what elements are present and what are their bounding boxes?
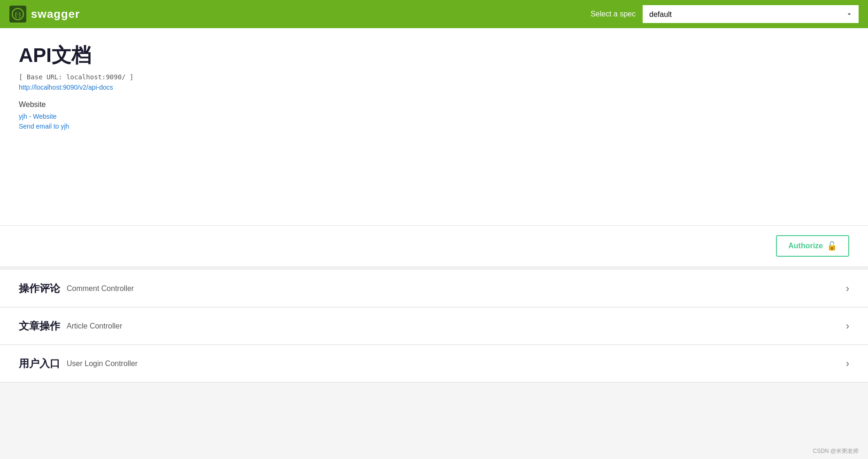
spec-select[interactable]: default: [643, 5, 859, 23]
controller-chinese-2: 用户入口: [19, 357, 60, 371]
controller-left-2: 用户入口 User Login Controller: [19, 357, 138, 371]
api-docs-link[interactable]: http://localhost:9090/v2/api-docs: [19, 84, 849, 91]
footer-text: CSDN @米粥老师: [813, 447, 859, 455]
email-link[interactable]: Send email to yjh: [19, 122, 849, 130]
controller-left-1: 文章操作 Article Controller: [19, 319, 122, 333]
controllers-area: 操作评论 Comment Controller › 文章操作 Article C…: [0, 270, 868, 382]
header: {·} swagger Select a spec default: [0, 0, 868, 28]
header-right: Select a spec default: [591, 5, 859, 23]
controller-item[interactable]: 操作评论 Comment Controller ›: [0, 270, 868, 307]
select-spec-label: Select a spec: [591, 10, 636, 18]
authorize-section: Authorize 🔓: [0, 225, 868, 266]
swagger-logo-text: swagger: [31, 8, 80, 21]
authorize-label: Authorize: [788, 242, 823, 250]
lock-icon: 🔓: [827, 241, 837, 251]
website-link[interactable]: yjh - Website: [19, 113, 849, 120]
controller-item[interactable]: 用户入口 User Login Controller ›: [0, 345, 868, 382]
logo-area: {·} swagger: [9, 6, 80, 23]
controller-english-1: Article Controller: [67, 322, 122, 330]
base-url: [ Base URL: localhost:9090/ ]: [19, 73, 849, 81]
controller-chinese-0: 操作评论: [19, 282, 60, 296]
chevron-right-icon-1: ›: [846, 320, 849, 332]
controller-chinese-1: 文章操作: [19, 319, 60, 333]
controller-item[interactable]: 文章操作 Article Controller ›: [0, 307, 868, 345]
svg-text:{·}: {·}: [15, 11, 21, 18]
controller-left-0: 操作评论 Comment Controller: [19, 282, 134, 296]
authorize-button[interactable]: Authorize 🔓: [776, 235, 849, 257]
main-content: API文档 [ Base URL: localhost:9090/ ] http…: [0, 28, 868, 225]
swagger-logo-icon: {·}: [9, 6, 26, 23]
website-label: Website: [19, 100, 849, 109]
chevron-right-icon-2: ›: [846, 358, 849, 370]
controller-english-2: User Login Controller: [67, 360, 138, 368]
section-divider: [0, 266, 868, 270]
controller-english-0: Comment Controller: [67, 284, 134, 293]
chevron-right-icon-0: ›: [846, 283, 849, 295]
api-title: API文档: [19, 42, 849, 69]
